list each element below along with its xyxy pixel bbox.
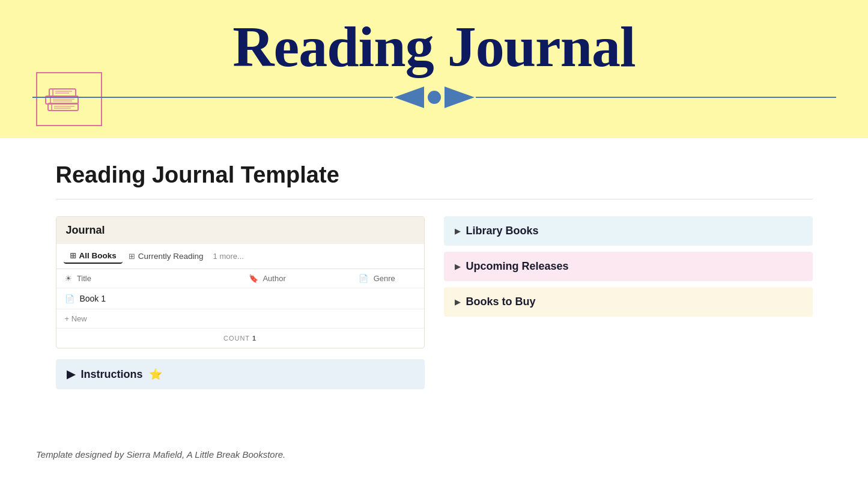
library-arrow: ▶ [455,227,460,235]
right-column: ▶ Library Books ▶ Upcoming Releases ▶ Bo… [444,216,813,323]
two-column-layout: Journal ⊞ All Books ⊞ Currently Reading … [56,216,813,395]
upcoming-arrow: ▶ [455,263,460,271]
journal-tabs: ⊞ All Books ⊞ Currently Reading 1 more..… [56,244,424,269]
library-books-section: ▶ Library Books [444,216,813,246]
tab-currently-reading[interactable]: ⊞ Currently Reading [123,249,210,263]
books-table: ☀ Title 🔖 Author 📄 Genre [56,269,424,309]
banner-divider [0,87,868,108]
col-header-author: 🔖 Author [240,269,351,288]
footer: Template designed by Sierra Mafield, A L… [0,431,868,478]
cell-title[interactable]: 📄 Book 1 [56,288,240,309]
instructions-header[interactable]: ▶ Instructions ⭐ [56,359,425,389]
tab-all-books[interactable]: ⊞ All Books [64,249,123,264]
title-divider [56,199,813,199]
books-to-buy-arrow: ▶ [455,298,460,306]
col-header-title: ☀ Title [56,269,240,288]
sun-icon: ☀ [65,274,72,283]
doc-icon: 📄 [359,274,368,283]
upcoming-releases-section: ▶ Upcoming Releases [444,252,813,281]
cell-genre[interactable] [350,288,423,309]
banner-title: Reading Journal [0,18,868,76]
books-to-buy-header[interactable]: ▶ Books to Buy [444,287,813,317]
count-row: COUNT 1 [56,328,424,348]
instructions-arrow: ▶ [67,368,75,381]
col-header-genre: 📄 Genre [350,269,423,288]
page-icon: 📄 [65,294,74,303]
new-entry-button[interactable]: + New [56,309,424,328]
upcoming-releases-header[interactable]: ▶ Upcoming Releases [444,252,813,281]
books-to-buy-section: ▶ Books to Buy [444,287,813,317]
footer-text: Template designed by Sierra Mafield, A L… [36,449,285,460]
library-books-header[interactable]: ▶ Library Books [444,216,813,246]
page-title: Reading Journal Template [56,162,813,188]
journal-header: Journal [56,217,424,244]
table-icon-2: ⊞ [129,252,135,261]
left-column: Journal ⊞ All Books ⊞ Currently Reading … [56,216,425,395]
main-content: Reading Journal Template Journal ⊞ All B… [20,138,849,431]
more-tabs[interactable]: 1 more... [213,252,244,261]
journal-section: Journal ⊞ All Books ⊞ Currently Reading … [56,216,425,348]
bookmark-icon: 🔖 [249,274,258,283]
table-icon: ⊞ [70,251,76,260]
banner-section: Reading Journal [0,0,868,138]
instructions-section: ▶ Instructions ⭐ [56,359,425,389]
table-row[interactable]: 📄 Book 1 [56,288,424,309]
cell-author[interactable] [240,288,351,309]
